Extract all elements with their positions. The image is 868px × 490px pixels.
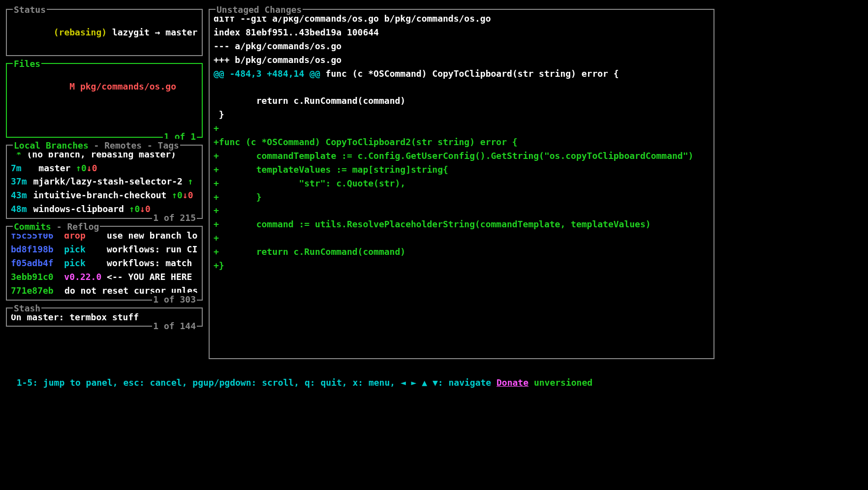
commits-footer: 1 of 303	[152, 293, 197, 306]
status-panel[interactable]: Status (rebasing) lazygit → master	[6, 9, 203, 56]
branches-body: * (no branch, rebasing master)7m master …	[11, 148, 198, 216]
commit-row[interactable]: 3ebb91c0 v0.22.0 <-- YOU ARE HERE	[11, 270, 198, 284]
diff-line: + templateValues := map[string]string{	[214, 163, 710, 177]
branch-row[interactable]: 43m intuitive-branch-checkout ↑0↓0	[11, 188, 198, 202]
diff-line: return c.RunCommand(command)	[214, 94, 710, 108]
branches-title: Local Branches - Remotes - Tags	[13, 139, 180, 153]
branch-row[interactable]: 7m master ↑0↓0	[11, 161, 198, 175]
stash-footer: 1 of 144	[152, 319, 197, 333]
donate-link[interactable]: Donate	[496, 377, 528, 388]
diff-panel[interactable]: Unstaged Changes diff --git a/pkg/comman…	[209, 9, 714, 359]
commits-panel[interactable]: Commits - Reflog f5c55f06 drop use new b…	[6, 226, 203, 300]
diff-line: + return c.RunCommand(command)	[214, 245, 710, 259]
diff-line: +	[214, 204, 710, 217]
diff-line: +	[214, 231, 710, 245]
diff-line: +}	[214, 259, 710, 273]
commit-row[interactable]: f05adb4f pick workflows: match	[11, 256, 198, 270]
diff-line	[214, 80, 710, 94]
diff-line: --- a/pkg/commands/os.go	[214, 39, 710, 53]
commits-title: Commits - Reflog	[13, 220, 100, 234]
commit-row[interactable]: bd8f198b pick workflows: run CI	[11, 243, 198, 256]
diff-line: index 81ebf951..43bed19a 100644	[214, 26, 710, 39]
branches-panel[interactable]: Local Branches - Remotes - Tags * (no br…	[6, 145, 203, 219]
diff-title: Unstaged Changes	[216, 3, 303, 17]
status-title: Status	[13, 3, 47, 17]
stash-title: Stash	[13, 302, 41, 315]
commits-body: f5c55f06 drop use new branch lobd8f198b …	[11, 229, 198, 297]
file-row[interactable]: M pkg/commands/os.go	[11, 66, 198, 107]
diff-line: +++ b/pkg/commands/os.go	[214, 53, 710, 67]
status-line: (rebasing) lazygit → master	[11, 12, 198, 53]
files-title: Files	[13, 57, 41, 71]
diff-line: + command := utils.ResolvePlaceholderStr…	[214, 217, 710, 231]
diff-line: @@ -484,3 +484,14 @@ func (c *OSCommand)…	[214, 67, 710, 81]
diff-line: +	[214, 122, 710, 135]
diff-line: +func (c *OSCommand) CopyToClipboard2(st…	[214, 135, 710, 149]
diff-line: + "str": c.Quote(str),	[214, 177, 710, 190]
files-panel[interactable]: Files M pkg/commands/os.go 1 of 1	[6, 63, 203, 138]
help-bar: 1-5: jump to panel, esc: cancel, pgup/pg…	[6, 362, 714, 390]
diff-line: }	[214, 108, 710, 122]
stash-panel[interactable]: Stash On master: termbox stuff 1 of 144	[6, 307, 203, 327]
diff-line: + }	[214, 190, 710, 204]
diff-line: + commandTemplate := c.Config.GetUserCon…	[214, 149, 710, 163]
branches-footer: 1 of 215	[152, 211, 197, 225]
branch-row[interactable]: 37m mjarkk/lazy-stash-selector-2 ↑	[11, 175, 198, 188]
diff-body: diff --git a/pkg/commands/os.go b/pkg/co…	[214, 12, 710, 356]
